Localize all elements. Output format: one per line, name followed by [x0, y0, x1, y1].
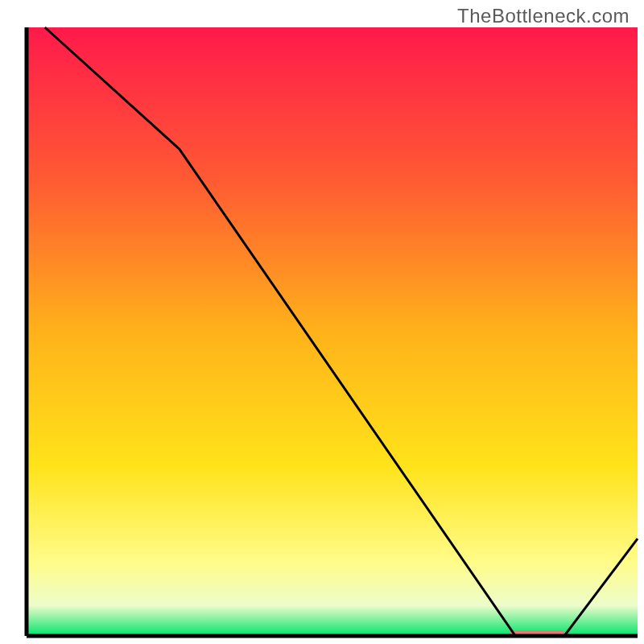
chart-svg — [0, 0, 644, 644]
chart-container: TheBottleneck.com — [0, 0, 644, 644]
plot-background — [27, 27, 638, 636]
